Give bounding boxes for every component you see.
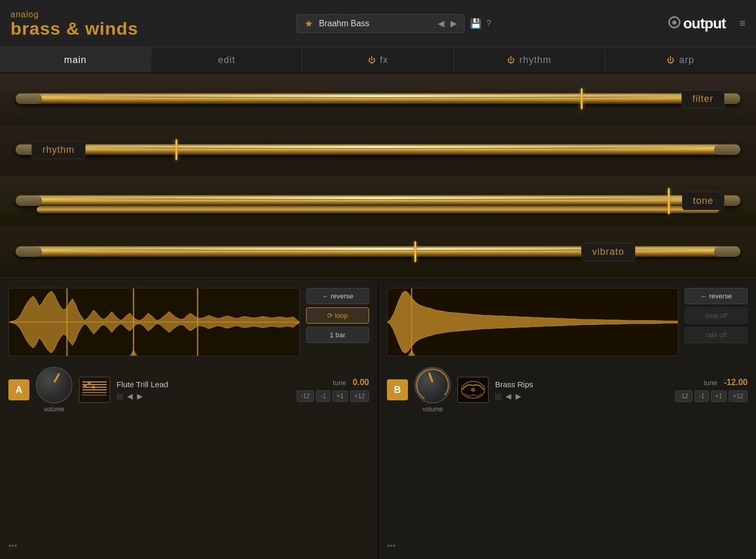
instrument-b-nav: |||| ◀ ▶ [495, 392, 669, 400]
preset-name: Braahm Bass [319, 19, 432, 28]
rhythm-right-cap [714, 144, 740, 155]
instrument-b-prev-button[interactable]: ◀ [506, 392, 511, 400]
logo-brand: brass & winds [10, 19, 189, 37]
tune-a-down-button[interactable]: -1 [316, 390, 330, 402]
filter-left-cap [16, 94, 42, 104]
loop-a-button[interactable]: ⟳ loop [306, 307, 369, 324]
tune-b-area: tune -12.00 -12 -1 +1 +12 [675, 378, 748, 402]
help-icon[interactable]: ? [487, 19, 491, 28]
logo-area: analog brass & winds [10, 10, 189, 37]
volume-a-knob[interactable] [36, 367, 72, 403]
tab-edit-label: edit [218, 55, 235, 66]
instrument-a-nav: |||| ◀ ▶ [117, 392, 290, 400]
fx-power-icon: ⏻ [368, 56, 376, 64]
instrument-b-next-button[interactable]: ▶ [516, 392, 521, 400]
rhythm-thumb[interactable] [175, 139, 177, 160]
panel-a-dots: ••• [8, 541, 369, 551]
filter-slider-row: filter [0, 74, 756, 125]
instrument-a-info: Flute Trill Lead |||| ◀ ▶ [117, 379, 290, 400]
panel-b: ← reverse loop off rate off B [379, 280, 756, 559]
tune-a-label: tune [333, 379, 346, 387]
panel-b-waveform-area: ← reverse loop off rate off [387, 288, 748, 356]
tune-b-down-button[interactable]: -1 [695, 390, 709, 402]
tab-main[interactable]: main [0, 47, 151, 73]
bar-a-button[interactable]: 1 bar [306, 327, 369, 343]
tune-b-max-button[interactable]: +12 [729, 390, 748, 402]
reverse-a-button[interactable]: ← reverse [306, 288, 369, 304]
preset-prev-button[interactable]: ◀ [438, 18, 444, 28]
preset-next-button[interactable]: ▶ [450, 18, 457, 28]
tone-slider-row: tone [0, 175, 756, 226]
tone-label: tone [682, 192, 724, 210]
tune-a-max-button[interactable]: +12 [350, 390, 369, 402]
tab-main-label: main [64, 55, 87, 66]
rate-off-b-button[interactable]: rate off [685, 327, 748, 343]
save-icon[interactable]: 💾 [470, 18, 481, 29]
tab-rhythm[interactable]: ⏻ rhythm [454, 47, 605, 73]
tune-a-min-button[interactable]: -12 [297, 390, 314, 402]
panel-b-controls: ← reverse loop off rate off [685, 288, 748, 343]
tone-left-cap [16, 195, 42, 206]
rate-off-b-label: rate off [706, 331, 727, 339]
vibrato-slider-row: vibrato [0, 226, 756, 277]
tab-arp[interactable]: ⏻ arp [605, 47, 756, 73]
rhythm-track[interactable] [16, 144, 740, 155]
vibrato-thumb[interactable] [414, 241, 416, 262]
panel-b-dots: ••• [387, 541, 748, 551]
sliders-section: filter rhythm [0, 74, 756, 278]
filter-thumb[interactable] [581, 88, 583, 109]
volume-a-label: volume [44, 406, 65, 413]
tune-b-label: tune [704, 379, 717, 387]
loop-off-b-label: loop off [705, 312, 727, 319]
reverse-a-label: ← reverse [322, 292, 353, 300]
instrument-a-prev-button[interactable]: ◀ [127, 392, 133, 400]
star-icon[interactable]: ★ [304, 18, 313, 29]
logo-analog: analog [10, 10, 189, 19]
tab-edit[interactable]: edit [151, 47, 302, 73]
rhythm-label: rhythm [32, 141, 86, 159]
reverse-b-button[interactable]: ← reverse [685, 288, 748, 304]
tab-fx-label: fx [380, 55, 388, 66]
panel-a: ← reverse ⟳ loop 1 bar A [0, 280, 379, 559]
arp-power-icon: ⏻ [667, 56, 675, 64]
tune-b-controls: -12 -1 +1 +12 [675, 390, 748, 402]
tune-b-min-button[interactable]: -12 [675, 390, 692, 402]
instrument-b-thumb [457, 377, 489, 403]
output-logo: ⦿ output [667, 15, 726, 32]
tab-fx[interactable]: ⏻ fx [302, 47, 454, 73]
tune-a-area: tune 0.00 -12 -1 +1 +12 [297, 378, 369, 402]
menu-icon[interactable]: ≡ [739, 17, 746, 29]
instrument-b-name: Brass Rips [495, 379, 669, 390]
panel-a-waveform-area: ← reverse ⟳ loop 1 bar [8, 288, 369, 356]
tune-b-value: -12.00 [724, 378, 748, 387]
channel-strip-b: B volume [387, 363, 748, 417]
tab-rhythm-label: rhythm [519, 55, 551, 66]
instrument-b-info: Brass Rips |||| ◀ ▶ [495, 379, 669, 400]
nav-tabs: main edit ⏻ fx ⏻ rhythm ⏻ arp [0, 47, 756, 74]
bar-a-label: 1 bar [330, 331, 345, 339]
loop-a-label: ⟳ loop [327, 312, 348, 319]
tone-thumb[interactable] [668, 188, 670, 214]
instrument-a-waveform-icon: |||| [117, 392, 123, 400]
waveform-b[interactable] [387, 288, 678, 356]
filter-track[interactable] [16, 94, 740, 104]
instrument-a-next-button[interactable]: ▶ [137, 392, 143, 400]
tune-a-controls: -12 -1 +1 +12 [297, 390, 369, 402]
output-text: output [683, 15, 726, 32]
volume-b-knob[interactable] [414, 367, 451, 403]
panel-a-controls: ← reverse ⟳ loop 1 bar [306, 288, 369, 343]
tone-track[interactable] [16, 195, 740, 206]
tune-a-up-button[interactable]: +1 [332, 390, 348, 402]
channel-a-label: A [16, 385, 23, 396]
preset-bar: ★ Braahm Bass ◀ ▶ [297, 14, 465, 33]
vibrato-right-cap [714, 246, 740, 257]
vibrato-left-cap [16, 246, 42, 257]
tune-b-up-button[interactable]: +1 [711, 390, 727, 402]
waveform-a[interactable] [8, 288, 300, 356]
power-a-button[interactable]: A [8, 379, 29, 400]
loop-off-b-button[interactable]: loop off [685, 307, 748, 324]
channel-strip-a: A volume [8, 363, 369, 417]
svg-point-13 [88, 381, 91, 385]
svg-point-12 [83, 384, 87, 387]
power-b-button[interactable]: B [387, 379, 408, 400]
